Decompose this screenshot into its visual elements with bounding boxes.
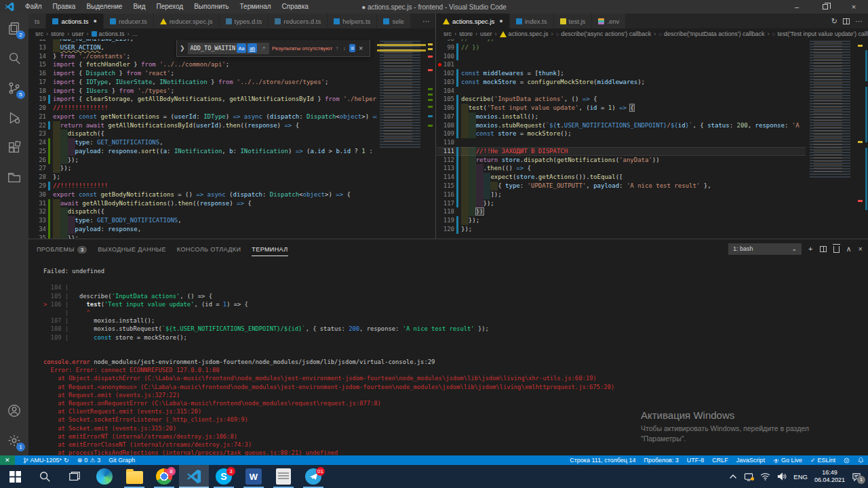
code-line[interactable]: 117 }); (437, 199, 806, 208)
device-icon[interactable] (744, 472, 753, 481)
menu-selection[interactable]: Выделение (81, 0, 127, 14)
breadcrumb-symbol-describe-async[interactable]: ◌describe('async actions') callback (549, 30, 652, 37)
menu-run[interactable]: Выполнить (189, 0, 234, 14)
code-line[interactable]: 31 await getAllBodyNotifications().then(… (28, 199, 377, 208)
find-prev-icon[interactable]: ↑ (335, 45, 340, 52)
chrome-app-icon[interactable]: 8 (149, 465, 179, 488)
code-pane-right[interactable]: 98// })99// })100101102const middlewares… (437, 39, 806, 239)
whole-word-icon[interactable]: ab (248, 43, 257, 53)
breadcrumb-user[interactable]: user (473, 30, 492, 37)
breadcrumb-symbol-describe-inputdata[interactable]: ◌describe('InputData actions') callback (651, 30, 764, 37)
code-line[interactable]: 118 }) (437, 207, 806, 216)
code-line[interactable]: 26 }); (28, 156, 377, 165)
code-line[interactable]: 100 (437, 52, 806, 61)
code-line[interactable]: 108 moxios.stubRequest(`${t.USER_NOTIFIC… (437, 121, 806, 130)
find-close-icon[interactable]: × (359, 45, 363, 52)
run-debug-icon[interactable] (0, 103, 28, 133)
code-line[interactable]: 29//!!!!!!!!!!!!! (28, 182, 377, 190)
code-line[interactable]: 34 payload: response, (28, 225, 377, 234)
breadcrumb-src[interactable]: src (35, 30, 43, 37)
wifi-icon[interactable] (760, 472, 770, 481)
code-line[interactable]: 113 .then(() => { (437, 164, 806, 173)
code-line[interactable]: 102const middlewares = [thunk]; (437, 69, 806, 78)
start-button[interactable] (0, 465, 30, 488)
project-folder-icon[interactable] (0, 163, 28, 192)
breadcrumb-store[interactable]: store (43, 30, 64, 37)
skype-app-icon[interactable]: S3 (209, 465, 239, 488)
code-line[interactable]: 119 }); (437, 216, 806, 225)
go-live-status[interactable]: Go Live (769, 457, 806, 464)
code-line[interactable]: 17import { IDType, IUserState, INotifica… (28, 78, 377, 87)
breadcrumb-file[interactable]: actions.ts (84, 30, 125, 37)
more-actions-icon[interactable]: ··· (855, 17, 863, 25)
tab-terminal[interactable]: ТЕРМИНАЛ (252, 242, 288, 256)
breadcrumb-src[interactable]: src (443, 30, 452, 37)
cursor-position-status[interactable]: Строка 111, столбец 14 (566, 457, 639, 464)
split-editor-icon[interactable] (843, 18, 850, 24)
tab-debug-console[interactable]: КОНСОЛЬ ОТЛАДКИ (177, 242, 241, 256)
code-editor-right[interactable]: 98// })99// })100101102const middlewares… (437, 39, 868, 239)
match-case-icon[interactable]: Aa (237, 43, 246, 53)
menu-view[interactable]: Вид (127, 0, 151, 14)
code-line[interactable]: 99// }) (437, 43, 806, 52)
kill-terminal-icon[interactable] (833, 246, 840, 253)
code-line[interactable]: 105describe('InputData actions', () => { (437, 95, 806, 104)
breadcrumb-symbol-test[interactable]: ◌test('Test input value update') callbac… (765, 30, 868, 37)
restore-button[interactable] (811, 0, 840, 14)
edge-app-icon[interactable] (90, 465, 119, 488)
find-in-selection-icon[interactable]: ≡ (349, 44, 355, 52)
search-icon[interactable] (0, 43, 28, 73)
code-line[interactable]: 103const mockStore = configureMockStore(… (437, 78, 806, 87)
code-line[interactable]: 27 }); (28, 164, 377, 173)
split-terminal-icon[interactable] (820, 246, 827, 252)
notifications-bell-icon[interactable] (854, 457, 868, 464)
eol-status[interactable]: CRLF (708, 457, 732, 464)
code-line[interactable]: 15import { fetchHandler } from '../../co… (28, 60, 377, 69)
word-app-icon[interactable]: W (239, 465, 269, 488)
action-center-icon[interactable]: 1 (852, 472, 861, 481)
tab-output[interactable]: ВЫХОДНЫЕ ДАННЫЕ (98, 242, 166, 256)
tab-env[interactable]: .env (592, 14, 626, 28)
code-line[interactable]: 104 (437, 87, 806, 96)
taskbar-search-button[interactable] (30, 465, 60, 488)
new-terminal-icon[interactable]: + (808, 245, 812, 253)
maximize-panel-icon[interactable]: ∧ (846, 245, 852, 253)
code-line[interactable]: 20//!!!!!!!!!!!!! (28, 104, 377, 113)
file-explorer-app-icon[interactable] (119, 465, 149, 488)
code-line[interactable]: 16import { Dispatch } from 'react'; (28, 69, 377, 78)
menu-terminal[interactable]: Терминал (235, 0, 277, 14)
code-line[interactable]: 107 moxios.install(); (437, 113, 806, 121)
keyboard-language[interactable]: ENG (793, 473, 808, 481)
eslint-status[interactable]: ✓ESLint (806, 457, 840, 464)
menu-go[interactable]: Переход (151, 0, 189, 14)
close-button[interactable]: × (840, 0, 868, 14)
code-line[interactable]: 23 dispatch({ (28, 129, 377, 138)
explorer-icon[interactable]: 2 (0, 14, 28, 43)
breadcrumb-store[interactable]: store (452, 30, 473, 37)
problems-status[interactable]: ⊗0⚠3 (73, 457, 105, 464)
tab-selectors-ts[interactable]: sele (377, 14, 410, 28)
breadcrumb-right[interactable]: src store user actions.spec.js ◌describe… (437, 28, 868, 39)
tab-index-ts[interactable]: index.ts (510, 14, 554, 28)
tab-partial-ts[interactable]: ts (28, 14, 46, 28)
indentation-status[interactable]: Пробелов: 3 (639, 457, 682, 464)
regex-icon[interactable]: .* (258, 43, 268, 53)
minimize-button[interactable]: – (783, 0, 811, 14)
code-line[interactable]: 112 return store.dispatch(getNotificatio… (437, 156, 806, 165)
menu-file[interactable]: Файл (20, 0, 47, 14)
breadcrumb-user[interactable]: user (64, 30, 84, 37)
hidden-icons-chevron-icon[interactable] (729, 474, 737, 479)
vscode-app-icon[interactable] (179, 465, 209, 488)
code-line[interactable]: 21export const getNotifications = (userI… (28, 113, 377, 121)
minimap-right[interactable] (807, 39, 856, 178)
code-line[interactable]: 114 expect(store.getActions()).toEqual([ (437, 173, 806, 182)
code-line[interactable]: 115 { type: 'UPDATE_OUTPUTT', payload: '… (437, 182, 806, 190)
code-line[interactable]: 110 (437, 138, 806, 147)
tab-problems[interactable]: ПРОБЛЕМЫ3 (37, 242, 87, 256)
code-line[interactable]: 111 //!!Не ЗАХОДИТ В DISPATCH (437, 147, 806, 156)
tab-reducers-d-ts[interactable]: reducers.d.ts (269, 14, 328, 28)
code-line[interactable]: 120}); (437, 225, 806, 234)
tab-actions-ts[interactable]: actions.ts● (46, 14, 104, 28)
tab-helpers-ts[interactable]: helpers.ts (328, 14, 377, 28)
language-status[interactable]: JavaScript (732, 457, 769, 464)
